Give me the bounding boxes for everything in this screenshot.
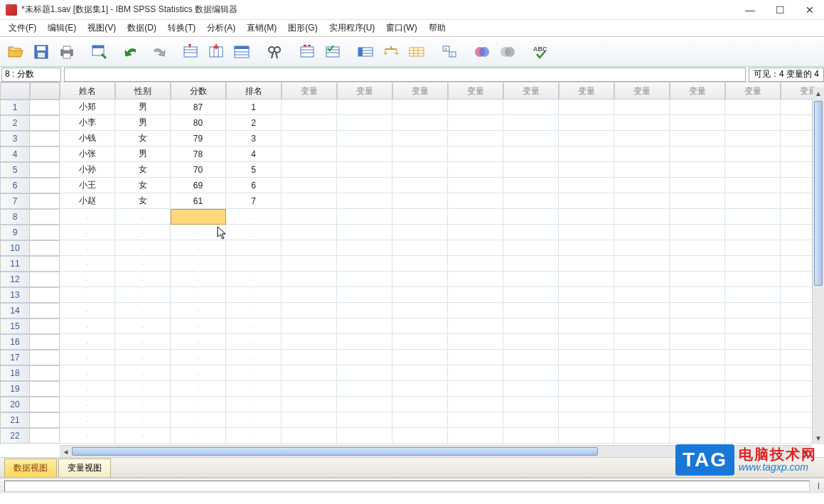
spellcheck-button[interactable]: ABC	[529, 41, 552, 63]
cell-empty[interactable]	[282, 287, 337, 303]
venn-inactive-button[interactable]	[496, 41, 519, 63]
cell-empty-defined[interactable]: .	[115, 209, 171, 225]
cell-empty[interactable]	[670, 193, 725, 209]
column-header-empty[interactable]: 变量	[725, 82, 781, 100]
undo-button[interactable]	[121, 41, 144, 63]
cell-score[interactable]: 80	[171, 115, 226, 131]
cell-gender[interactable]: 女	[115, 193, 171, 209]
cell-empty[interactable]	[392, 365, 448, 381]
cell-empty[interactable]	[559, 193, 614, 209]
cell-empty[interactable]	[282, 428, 337, 444]
cell-empty[interactable]	[559, 365, 614, 381]
goto-variable-button[interactable]	[205, 41, 228, 63]
column-header-empty[interactable]: 变量	[670, 82, 725, 100]
cell-empty[interactable]	[282, 115, 337, 131]
cell-empty-defined[interactable]: .	[171, 334, 226, 350]
cell-empty[interactable]	[448, 162, 503, 178]
cell-empty[interactable]	[559, 178, 614, 193]
cell-empty[interactable]	[337, 146, 392, 162]
cell-empty[interactable]	[559, 350, 614, 365]
cell-empty-defined[interactable]: .	[60, 303, 115, 318]
cell-empty[interactable]	[503, 287, 559, 303]
grid-corner-2[interactable]	[30, 82, 60, 100]
menu-window[interactable]: 窗口(W)	[382, 21, 421, 36]
cell-empty-defined[interactable]: .	[115, 318, 171, 334]
cell-empty[interactable]	[392, 131, 448, 146]
cell-name[interactable]: 小孙	[60, 162, 115, 178]
cell-empty-defined[interactable]: .	[226, 272, 282, 287]
cell-rank[interactable]: 5	[226, 162, 282, 178]
cell-empty[interactable]	[725, 225, 781, 240]
cell-empty[interactable]	[337, 100, 392, 115]
cell-empty[interactable]	[448, 209, 503, 225]
row-header[interactable]: 16	[0, 334, 30, 350]
cell-empty[interactable]	[392, 256, 448, 272]
cell-empty[interactable]	[670, 225, 725, 240]
cell-empty[interactable]	[337, 303, 392, 318]
cell-empty[interactable]	[282, 318, 337, 334]
cell-empty[interactable]	[448, 240, 503, 256]
cell-empty[interactable]	[448, 225, 503, 240]
cell-empty[interactable]	[503, 225, 559, 240]
cell-gender[interactable]: 女	[115, 131, 171, 146]
cell-empty[interactable]	[503, 131, 559, 146]
cell-empty[interactable]	[503, 428, 559, 444]
cell-empty[interactable]	[670, 350, 725, 365]
column-header-empty[interactable]: 变量	[614, 82, 670, 100]
cell-empty[interactable]	[337, 381, 392, 397]
cell-score[interactable]: 79	[171, 131, 226, 146]
use-sets-button[interactable]	[405, 41, 428, 63]
cell-empty[interactable]	[503, 397, 559, 412]
column-header-3[interactable]: 排名	[226, 82, 282, 100]
cell-empty[interactable]	[503, 318, 559, 334]
cell-empty[interactable]	[725, 287, 781, 303]
tab-data-view[interactable]: 数据视图	[4, 459, 57, 477]
column-header-2[interactable]: 分数	[171, 82, 226, 100]
menu-utilities[interactable]: 实用程序(U)	[325, 21, 380, 36]
menu-graphs[interactable]: 图形(G)	[284, 21, 321, 36]
cell-empty[interactable]	[670, 240, 725, 256]
cell-empty-defined[interactable]: .	[226, 240, 282, 256]
column-header-0[interactable]: 姓名	[60, 82, 115, 100]
cell-empty[interactable]	[282, 350, 337, 365]
cell-empty[interactable]	[392, 225, 448, 240]
cell-empty[interactable]	[448, 365, 503, 381]
cell-empty[interactable]	[614, 365, 670, 381]
cell-empty[interactable]	[559, 146, 614, 162]
cell-empty-defined[interactable]: .	[171, 303, 226, 318]
cell-empty[interactable]	[282, 334, 337, 350]
cell-empty[interactable]	[282, 256, 337, 272]
cell-empty[interactable]	[448, 131, 503, 146]
cell-empty-defined[interactable]: .	[115, 397, 171, 412]
cell-empty-defined[interactable]: .	[226, 256, 282, 272]
column-header-1[interactable]: 性别	[115, 82, 171, 100]
cell-empty[interactable]	[448, 272, 503, 287]
cell-empty[interactable]	[503, 240, 559, 256]
cell-empty[interactable]	[725, 350, 781, 365]
cell-empty-defined[interactable]: .	[226, 318, 282, 334]
cell-empty[interactable]	[448, 303, 503, 318]
cell-empty[interactable]	[503, 303, 559, 318]
cell-empty[interactable]	[503, 334, 559, 350]
cell-empty-defined[interactable]: .	[115, 412, 171, 428]
cell-empty[interactable]	[670, 131, 725, 146]
cell-empty[interactable]	[337, 225, 392, 240]
cell-gender[interactable]: 男	[115, 100, 171, 115]
row-header[interactable]: 11	[0, 256, 30, 272]
cell-empty[interactable]	[503, 162, 559, 178]
cell-empty[interactable]	[559, 303, 614, 318]
cell-empty[interactable]	[725, 334, 781, 350]
grid-corner[interactable]	[0, 82, 30, 100]
cell-empty[interactable]	[725, 162, 781, 178]
cell-empty[interactable]	[282, 240, 337, 256]
cell-empty[interactable]	[337, 272, 392, 287]
cell-empty[interactable]	[448, 381, 503, 397]
open-button[interactable]	[4, 41, 27, 63]
cell-empty-defined[interactable]: .	[171, 397, 226, 412]
cell-rank[interactable]: 2	[226, 115, 282, 131]
cell-empty-defined[interactable]: .	[226, 209, 282, 225]
column-header-empty[interactable]: 变量	[448, 82, 503, 100]
column-header-empty[interactable]: 变量	[559, 82, 614, 100]
cell-empty-defined[interactable]: .	[226, 381, 282, 397]
cell-empty[interactable]	[392, 397, 448, 412]
